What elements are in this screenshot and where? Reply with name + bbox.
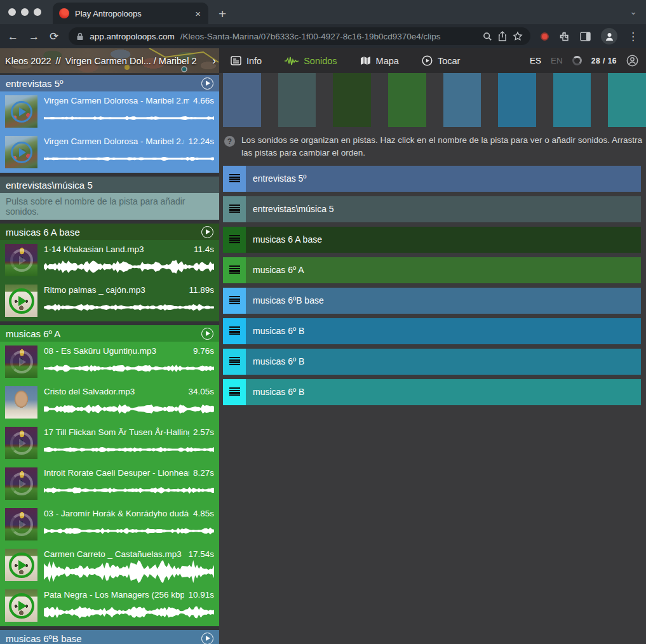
bookmark-star-icon[interactable] [513,31,523,41]
track-row[interactable]: musicas 6 A base [223,227,641,253]
section-play-button[interactable] [201,633,213,644]
track-name-button[interactable]: musicas 6º B [246,318,641,344]
forward-button[interactable]: → [29,31,39,42]
track-row[interactable]: musicas 6º A [223,257,641,283]
clip-play-overlay-icon[interactable] [5,285,37,317]
clip-row[interactable]: Pata Negra - Los Managers (256 kbps).mp3… [0,586,219,626]
track-row[interactable]: entrevistas 5º [223,166,641,192]
clip-row[interactable]: Ritmo palmas _ cajón.mp311.89s [0,281,219,321]
breadcrumb-path[interactable]: Virgen Carmen Dol... / Maribel 2 [65,56,197,66]
track-drag-handle[interactable] [223,349,246,375]
share-icon[interactable] [498,31,507,41]
window-close-button[interactable] [8,8,16,16]
clip-play-overlay-icon[interactable] [5,95,37,128]
track-name-button[interactable]: entrevistas 5º [246,166,641,192]
clip-row[interactable]: 03 - Jaromír Horák & Konrádyho dudácká .… [0,504,219,545]
track-name-button[interactable]: musicas 6 A base [246,227,641,253]
breadcrumb-map-banner[interactable]: Kleos 2022//Virgen Carmen Dol... / Marib… [0,48,219,73]
clip-waveform [44,438,214,461]
track-name-button[interactable]: musicas 6º A [246,257,641,283]
clip-row[interactable]: Introit Rorate Caeli Desuper - Lionheart… [0,464,219,504]
recorder-extension-icon[interactable] [541,32,549,41]
tab-info[interactable]: Info [231,56,262,66]
tab-tocar[interactable]: Tocar [422,55,460,66]
track-drag-handle[interactable] [223,196,246,222]
lang-en-button[interactable]: EN [551,56,563,65]
track-color-swatches [223,73,646,127]
tab-close-icon[interactable]: × [194,8,202,19]
track-name-button[interactable]: musicas 6ºB base [246,288,641,314]
clip-play-overlay-icon[interactable] [5,345,37,378]
section-header[interactable]: musicas 6 A base [0,224,219,240]
side-panel-icon[interactable] [580,32,591,41]
new-tab-button[interactable]: + [219,7,226,20]
clip-row[interactable]: Carmen Carreto _ Castañuelas.mp317.54s [0,545,219,586]
clip-row[interactable]: 1-14 Khakasian Land.mp311.4s [0,240,219,281]
breadcrumb-project[interactable]: Kleos 2022 [5,56,51,66]
section-play-button[interactable] [201,226,213,238]
zoom-page-icon[interactable] [483,32,492,41]
extensions-puzzle-icon[interactable] [559,31,570,42]
clip-play-overlay-icon[interactable] [5,549,37,581]
track-name-button[interactable]: musicas 6º B [246,349,641,375]
track-section: entrevistas 5ºVirgen Carmen Dolorosa - M… [0,75,219,173]
clip-play-overlay-icon[interactable] [5,427,37,459]
tab-search-chevron-icon[interactable]: ⌄ [629,6,637,17]
section-header[interactable]: entrevistas\música 5 [0,177,219,193]
clip-row[interactable]: 17 Till Flickan Som Är Tusen År-Halling … [0,423,219,464]
browser-tab[interactable]: Play Antropoloops × [53,3,208,24]
track-drag-handle[interactable] [223,318,246,344]
clip-duration: 2.57s [193,427,214,437]
clip-play-overlay-icon[interactable] [5,589,37,622]
track-drag-handle[interactable] [223,166,246,192]
track-drag-handle[interactable] [223,227,246,253]
section-play-button[interactable] [201,328,213,340]
reload-button[interactable]: ⟳ [50,31,58,42]
track-drag-handle[interactable] [223,257,246,283]
track-name-button[interactable]: musicas 6º B [246,379,641,405]
clip-row[interactable]: Cristo del Salvador.mp334.05s [0,382,219,423]
clip-duration: 12.24s [188,137,214,146]
track-row[interactable]: musicas 6º B [223,318,641,344]
track-row[interactable]: musicas 6º B [223,379,641,405]
clip-play-overlay-icon[interactable] [5,467,37,500]
track-row[interactable]: musicas 6ºB base [223,288,641,314]
loading-spinner [572,56,582,65]
address-bar[interactable]: app.antropoloops.com/Kleos-Santa-Marina/… [69,27,530,45]
back-button[interactable]: ← [8,31,18,42]
browser-tabstrip: Play Antropoloops × + ⌄ [0,0,646,24]
clip-play-overlay-icon[interactable] [5,244,37,276]
help-text: Los sonidos se organizan en pistas. Haz … [241,134,643,160]
clip-waveform [44,398,214,420]
lang-es-button[interactable]: ES [530,56,541,65]
track-row[interactable]: entrevistas\música 5 [223,196,641,222]
app-header: Kleos 2022//Virgen Carmen Dol... / Marib… [0,48,646,73]
drag-grip-icon [229,387,240,396]
track-drag-handle[interactable] [223,288,246,314]
section-header[interactable]: musicas 6ºB base [0,630,219,644]
section-clips: 08 - Es Sakūru Uguntiņu.mp39.76sCristo d… [0,342,219,626]
track-row[interactable]: musicas 6º B [223,349,641,375]
clip-play-overlay-icon[interactable] [5,508,37,540]
section-play-button[interactable] [201,77,213,90]
clip-row[interactable]: 08 - Es Sakūru Uguntiņu.mp39.76s [0,342,219,382]
clip-row[interactable]: Virgen Carmen Dolorosa - Maribel 2.mp312… [0,132,219,173]
profile-avatar[interactable] [601,28,617,44]
clip-row[interactable]: Virgen Carmen Dolorosa - Maribel 2.mp34.… [0,91,219,132]
window-minimize-button[interactable] [21,8,29,16]
user-account-icon[interactable] [626,55,638,67]
tab-sonidos[interactable]: Sonidos [285,56,337,66]
tab-title: Play Antropoloops [75,9,188,18]
section-header[interactable]: entrevistas 5º [0,75,219,91]
track-drag-handle[interactable] [223,379,246,405]
section-title: musicas 6 A base [6,227,201,238]
breadcrumb-chevron-icon[interactable]: › [212,55,216,67]
tab-mapa[interactable]: Mapa [360,56,399,66]
section-header[interactable]: musicas 6º A [0,325,219,342]
clip-counter: 28 / 16 [591,57,617,65]
add-sounds-hint: Pulsa sobre el nombre de la pista para a… [0,193,219,220]
browser-menu-kebab-icon[interactable]: ⋮ [628,31,638,42]
clip-play-overlay-icon[interactable] [5,136,37,168]
window-zoom-button[interactable] [34,8,41,16]
track-name-button[interactable]: entrevistas\música 5 [246,196,641,222]
